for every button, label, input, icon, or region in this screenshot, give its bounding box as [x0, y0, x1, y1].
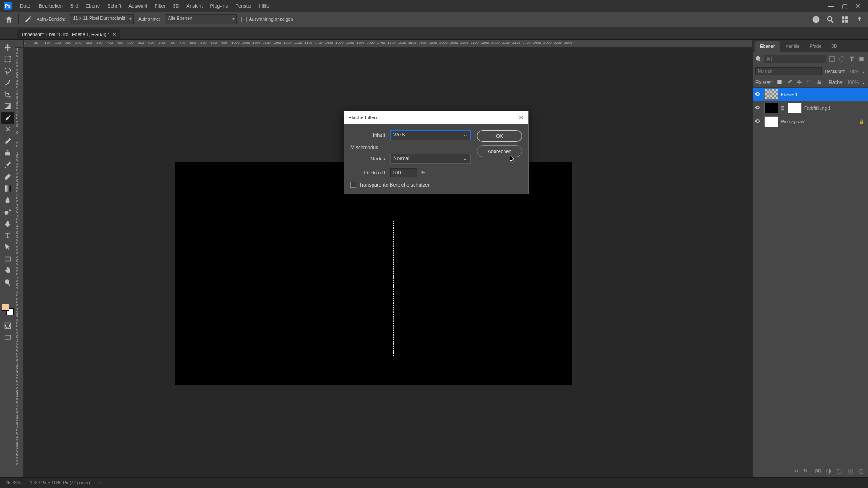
filter-shape-icon[interactable]	[858, 56, 865, 63]
lock-position-icon[interactable]	[796, 79, 802, 85]
opacity-value[interactable]: 100%	[848, 69, 859, 74]
layer-row[interactable]: ⛓Farbfüllung 1	[753, 101, 868, 115]
hand-tool[interactable]	[1, 265, 14, 277]
link-layers-icon[interactable]	[793, 468, 799, 474]
marquee-tool[interactable]	[1, 53, 14, 65]
layer-name[interactable]: Hintergrund	[781, 119, 804, 124]
menu-plug-ins[interactable]: Plug-ins	[206, 1, 231, 10]
menu-3d[interactable]: 3D	[169, 1, 183, 10]
menu-fenster[interactable]: Fenster	[231, 1, 255, 10]
content-select[interactable]: Weiß	[390, 130, 471, 140]
screen-mode-tool[interactable]	[1, 332, 14, 343]
layer-thumbnail[interactable]	[764, 103, 778, 113]
canvas-area[interactable]: 0501001502002503003504004505005506006507…	[15, 40, 752, 477]
menu-ansicht[interactable]: Ansicht	[183, 1, 206, 10]
move-tool[interactable]	[1, 42, 14, 53]
foreground-color-swatch[interactable]	[2, 304, 9, 311]
menu-auswahl[interactable]: Auswahl	[125, 1, 151, 10]
filter-type-icon[interactable]	[848, 56, 855, 63]
history-brush-tool[interactable]	[1, 159, 14, 171]
layer-thumbnail[interactable]	[764, 116, 778, 127]
layer-group-icon[interactable]	[836, 468, 843, 474]
preserve-transparency-checkbox[interactable]	[350, 182, 356, 188]
layer-visibility-icon[interactable]	[755, 91, 762, 98]
filter-icon[interactable]	[755, 56, 762, 63]
brush-tool[interactable]	[1, 136, 14, 147]
cloud-docs-icon[interactable]	[812, 15, 820, 23]
filter-adjustment-icon[interactable]	[838, 56, 845, 63]
lock-image-icon[interactable]	[786, 79, 793, 85]
layer-visibility-icon[interactable]	[755, 104, 762, 112]
zoom-tool[interactable]	[1, 277, 14, 288]
layer-visibility-icon[interactable]	[755, 118, 762, 125]
zoom-level[interactable]: 45,78%	[5, 480, 21, 485]
document-canvas[interactable]	[175, 162, 572, 385]
blend-mode-select[interactable]: Normal	[755, 67, 822, 75]
path-selection-tool[interactable]	[1, 241, 14, 253]
menu-filter[interactable]: Filter	[151, 1, 169, 10]
layer-thumbnail[interactable]	[764, 89, 778, 100]
close-window-button[interactable]: ✕	[852, 1, 864, 10]
home-icon[interactable]	[5, 15, 14, 24]
crop-tool[interactable]	[1, 89, 14, 100]
workspace-icon[interactable]	[841, 15, 849, 23]
layer-filter-input[interactable]	[764, 55, 826, 63]
status-chevron-icon[interactable]: ›	[99, 480, 100, 485]
maximize-button[interactable]: ▢	[838, 1, 851, 10]
pen-tool[interactable]	[1, 218, 14, 230]
menu-hilfe[interactable]: Hilfe	[255, 1, 273, 10]
color-swatches[interactable]	[2, 304, 14, 315]
menu-bearbeiten[interactable]: Bearbeiten	[35, 1, 66, 10]
magic-wand-tool[interactable]	[1, 77, 14, 89]
eyedropper-tool[interactable]	[1, 112, 14, 124]
panel-tab-pfade[interactable]: Pfade	[805, 41, 826, 52]
document-info[interactable]: 1920 Px × 1080 Px (72 ppcm)	[30, 480, 90, 485]
mode-select[interactable]: Normal	[390, 154, 471, 164]
layer-row[interactable]: Hintergrund🔒	[753, 115, 868, 128]
ok-button[interactable]: OK	[477, 130, 522, 142]
panel-tab-ebenen[interactable]: Ebenen	[755, 41, 780, 52]
sample-layers-select[interactable]: Alle Ebenen	[165, 14, 237, 24]
dialog-close-icon[interactable]: ✕	[519, 114, 524, 121]
opacity-input[interactable]	[390, 168, 417, 177]
sample-size-select[interactable]: 11 x 11 Pixel Durchschnitt	[70, 14, 134, 24]
gradient-tool[interactable]	[1, 183, 14, 194]
lock-artboard-icon[interactable]	[806, 79, 812, 85]
layer-mask-thumbnail[interactable]	[788, 103, 802, 113]
panel-tab-kanäle[interactable]: Kanäle	[781, 41, 804, 52]
layer-lock-icon[interactable]: 🔒	[859, 119, 864, 124]
layer-row[interactable]: Ebene 1	[753, 88, 868, 101]
close-tab-icon[interactable]: ×	[113, 32, 116, 37]
layer-link-icon[interactable]: ⛓	[781, 106, 785, 110]
delete-layer-icon[interactable]	[858, 468, 864, 474]
lock-transparency-icon[interactable]	[776, 79, 783, 85]
dodge-tool[interactable]	[1, 206, 14, 218]
menu-ebene[interactable]: Ebene	[82, 1, 104, 10]
layer-mask-icon[interactable]	[815, 468, 821, 474]
share-icon[interactable]	[855, 15, 863, 23]
quick-mask-tool[interactable]	[1, 320, 14, 332]
filter-pixel-icon[interactable]	[828, 56, 835, 63]
eyedropper-icon[interactable]	[23, 15, 32, 24]
clone-stamp-tool[interactable]	[1, 147, 14, 159]
minimize-button[interactable]: —	[825, 1, 837, 10]
lock-all-icon[interactable]	[816, 79, 822, 85]
blur-tool[interactable]	[1, 194, 14, 206]
menu-bild[interactable]: Bild	[66, 1, 82, 10]
layer-name[interactable]: Farbfüllung 1	[804, 106, 830, 111]
search-icon[interactable]	[826, 15, 835, 23]
adjustment-layer-icon[interactable]	[826, 468, 832, 474]
type-tool[interactable]	[1, 230, 14, 241]
panel-tab-3d[interactable]: 3D	[827, 41, 842, 52]
dialog-titlebar[interactable]: Fläche füllen ✕	[344, 111, 528, 124]
layer-name[interactable]: Ebene 1	[781, 92, 797, 97]
lasso-tool[interactable]	[1, 65, 14, 77]
healing-tool[interactable]	[1, 124, 14, 136]
menu-datei[interactable]: Datei	[16, 1, 35, 10]
new-layer-icon[interactable]	[847, 468, 854, 474]
fill-value[interactable]: 100%	[847, 80, 859, 85]
layer-fx-icon[interactable]: fx	[804, 468, 810, 474]
menu-schrift[interactable]: Schrift	[104, 1, 125, 10]
cancel-button[interactable]: Abbrechen	[477, 145, 522, 157]
frame-tool[interactable]	[1, 100, 14, 112]
